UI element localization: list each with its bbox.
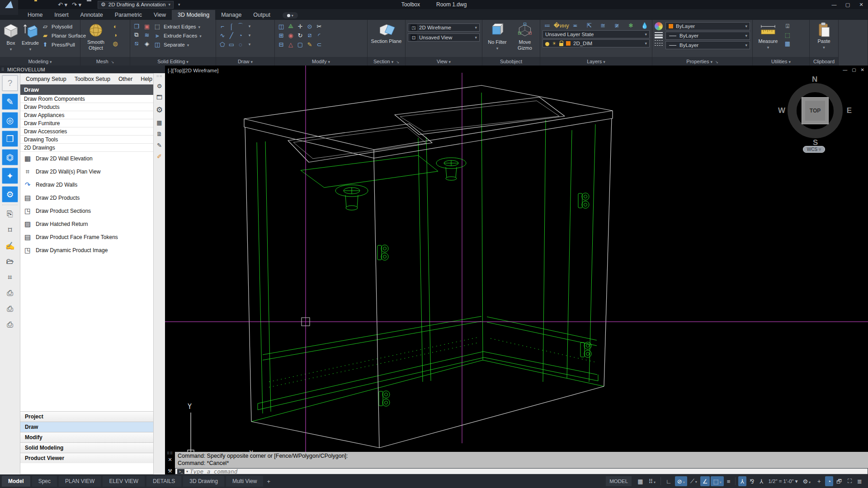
redo-icon[interactable]: ↷ ▾ — [72, 1, 81, 8]
spline-icon[interactable]: ∿ — [218, 31, 226, 39]
viewcube[interactable]: N W E S TOP — [781, 77, 849, 145]
plus-status-icon[interactable]: ＋ — [814, 476, 824, 486]
measure-button[interactable]: Measure — [755, 21, 781, 50]
union-icon[interactable]: ❒ — [132, 22, 141, 30]
polygon-icon[interactable]: ⬠ — [218, 40, 226, 48]
vp-minimize-icon[interactable]: — — [843, 67, 847, 72]
layer-sun-icon[interactable]: ☀ — [552, 39, 557, 47]
item-draw-furniture[interactable]: Draw Furniture — [20, 119, 153, 127]
panel-label-layers[interactable]: Layers — [540, 57, 652, 66]
smooth-object-button[interactable]: Smooth Object — [83, 21, 109, 51]
undo-icon[interactable]: ↶ ▾ — [58, 1, 67, 8]
ruler-icon[interactable]: ⌗ — [3, 271, 17, 284]
item-drawing-tools[interactable]: Drawing Tools — [20, 136, 153, 144]
object-lineweight-dropdown[interactable]: ByLayer — [665, 32, 750, 40]
explode-icon[interactable]: ⊟ — [277, 40, 285, 48]
line-icon[interactable]: ╱ — [227, 31, 236, 39]
arc-flyout-icon[interactable]: ▾ — [245, 22, 254, 30]
drawing-canvas[interactable]: Y X [-][Top][2D Wireframe] — ▢ ✕ N W E S… — [165, 66, 868, 474]
panel-label-view[interactable]: View — [406, 57, 482, 66]
extrude-button[interactable]: Extrude — [22, 21, 39, 52]
section-plane-button[interactable]: Section Plane — [371, 21, 402, 44]
print-green-icon[interactable]: ⎙ — [3, 286, 17, 300]
layer-match-icon[interactable]: �ину — [557, 21, 566, 29]
clean-screen-icon[interactable]: ⛶ — [845, 476, 854, 486]
layout-tab-multi-view[interactable]: Multi View — [226, 476, 263, 487]
viewcube-top-face[interactable]: TOP — [802, 97, 829, 124]
layer-color-swatch[interactable] — [566, 41, 571, 46]
panel-label-modeling[interactable]: Modeling — [0, 57, 80, 66]
panel-label-section[interactable]: Section — [368, 57, 405, 66]
tab-insert[interactable]: Insert — [48, 10, 74, 20]
note-edit-icon[interactable]: ✍ — [3, 239, 17, 253]
minimize-button[interactable]: — — [827, 0, 841, 9]
shell-icon[interactable]: ≋ — [143, 31, 151, 39]
fillet-edge-icon[interactable]: ◈ — [143, 39, 151, 47]
panel-label-utilities[interactable]: Utilities — [753, 57, 809, 66]
tab-3d-modeling[interactable]: 3D Modeling — [172, 10, 215, 20]
circle-icon[interactable]: ◔ — [236, 31, 245, 39]
annotation-scale-value[interactable]: 1/2" = 1'-0" ▾ — [766, 478, 799, 484]
layout-tab-plan-view[interactable]: PLAN VIEW — [59, 476, 101, 487]
close-button[interactable]: ✕ — [854, 0, 868, 9]
command-recent-caret-icon[interactable]: ▾ — [186, 469, 188, 474]
lineweight-display-icon[interactable]: ≡ — [725, 476, 733, 486]
new-file-icon[interactable] — [23, 1, 30, 8]
move-gizmo-button[interactable]: MoveGizmo — [512, 21, 538, 51]
vp-close-icon[interactable]: ✕ — [861, 67, 864, 72]
category-solid-modeling[interactable]: Solid Modeling — [20, 442, 153, 453]
extract-edges-button[interactable]: ⬚Extract Edges — [153, 22, 202, 31]
panel-label-draw[interactable]: Draw — [216, 57, 274, 66]
polar-tracking-icon[interactable]: ⊘ — [675, 476, 687, 486]
app-logo-icon[interactable] — [0, 0, 18, 15]
settings-tool-icon[interactable]: ⚙ — [2, 186, 18, 202]
ortho-mode-icon[interactable]: ∟ — [664, 476, 674, 486]
item-draw-room-components[interactable]: Draw Room Components — [20, 95, 153, 103]
category-product-viewer[interactable]: Product Viewer — [20, 453, 153, 463]
annotation-scale-icon[interactable]: ⅄ — [757, 476, 765, 486]
fillet-icon[interactable]: ◜ — [315, 31, 323, 39]
palette-title-bar[interactable]: MICROVELLUM — [0, 66, 165, 73]
subtract-icon[interactable]: ⧉ — [132, 31, 141, 39]
command-customize-wrench-icon[interactable]: ⚒ — [168, 468, 172, 474]
item-draw-dynamic-product-image[interactable]: ◳Draw Dynamic Product Image — [20, 244, 153, 257]
intersect-icon[interactable]: ⧅ — [132, 39, 141, 47]
layout-tab-elev-view[interactable]: ELEV VIEW — [103, 476, 145, 487]
ellipse-flyout-icon[interactable]: ▾ — [245, 40, 254, 48]
tab-output[interactable]: Output — [247, 10, 276, 20]
layer-unlock-icon[interactable] — [559, 43, 563, 46]
layer-off-icon[interactable]: ≆ — [613, 21, 621, 29]
item-draw-2d-products[interactable]: ▤Draw 2D Products — [20, 191, 153, 204]
scale-icon[interactable]: ⧄ — [306, 31, 314, 39]
panel-label-subobject[interactable]: Subobject — [482, 57, 540, 66]
erase-icon[interactable]: ✎ — [306, 40, 314, 48]
table-icon[interactable]: ▦ — [156, 119, 162, 126]
annotation-visibility-icon[interactable]: ⅄ — [738, 476, 746, 486]
help-icon[interactable]: ? — [2, 75, 18, 91]
open-folder-icon[interactable] — [34, 1, 42, 8]
current-layer-dropdown[interactable]: ☀ 2D_DIM — [542, 39, 650, 47]
object-linetype-dropdown[interactable]: ByLayer — [665, 41, 750, 49]
tab-manage[interactable]: Manage — [215, 10, 247, 20]
layer-isolate-icon[interactable]: ≖ — [571, 21, 579, 29]
qat-customize-icon[interactable]: ▾ — [178, 2, 180, 7]
drag-dots-icon[interactable]: ⠶⠶ — [156, 74, 163, 78]
command-history[interactable]: Command: Specify opposite corner or [Fen… — [175, 452, 868, 468]
no-filter-button[interactable]: No Filter — [485, 21, 510, 51]
grid-display-icon[interactable]: ▦ — [635, 476, 645, 486]
planar-surface-button[interactable]: ▰Planar Surface — [41, 31, 86, 40]
layer-freeze-icon[interactable]: ≅ — [599, 21, 607, 29]
panel-label-properties[interactable]: Properties — [652, 57, 752, 66]
slice-icon[interactable]: ▣ — [143, 22, 151, 30]
wcs-menu[interactable]: WCS ▿ — [803, 146, 825, 153]
polysolid-button[interactable]: ▱Polysolid — [41, 22, 86, 31]
item-redraw-2d-walls[interactable]: ↷Redraw 2D Walls — [20, 178, 153, 191]
layer-walk-icon[interactable]: 💧 — [641, 21, 649, 29]
press-pull-button[interactable]: ⬆Press/Pull — [41, 40, 86, 49]
item-draw-product-sections[interactable]: ◳Draw Product Sections — [20, 204, 153, 217]
item-draw-product-face-frame-tokens[interactable]: ▤Draw Product Face Frame Tokens — [20, 230, 153, 244]
panel-label-clipboard[interactable]: Clipboard — [810, 57, 838, 66]
separate-button[interactable]: ◫Separate — [153, 40, 202, 49]
rotate3d-icon[interactable]: ◉ — [287, 31, 295, 39]
tab-home[interactable]: Home — [22, 10, 48, 20]
